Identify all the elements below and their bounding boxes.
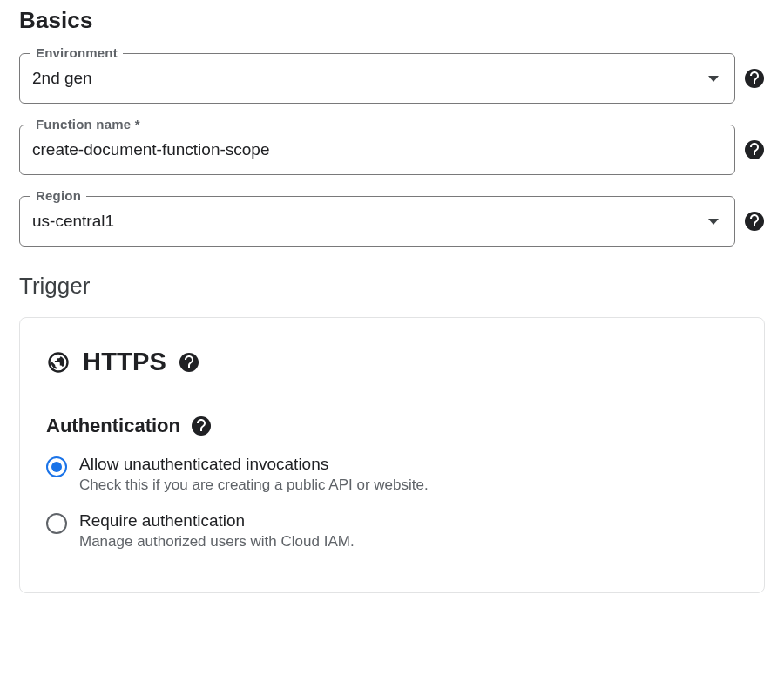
trigger-header: Trigger	[19, 273, 765, 300]
radio-description: Check this if you are creating a public …	[79, 477, 429, 494]
region-select[interactable]: Region us-central1	[19, 196, 735, 247]
auth-option-allow-unauth[interactable]: Allow unauthenticated invocationsCheck t…	[46, 455, 738, 494]
authentication-heading: Authentication	[46, 415, 180, 437]
auth-option-require-auth[interactable]: Require authenticationManage authorized …	[46, 511, 738, 551]
basics-header: Basics	[19, 7, 765, 34]
region-help-button[interactable]	[744, 211, 765, 232]
help-icon	[744, 211, 765, 232]
function-name-help-button[interactable]	[744, 139, 765, 160]
authentication-help-button[interactable]	[191, 416, 212, 436]
environment-select[interactable]: Environment 2nd gen	[19, 53, 735, 104]
help-icon	[179, 352, 199, 373]
environment-label: Environment	[30, 45, 123, 60]
globe-icon	[46, 350, 71, 375]
radio-icon	[46, 456, 67, 477]
radio-texts: Allow unauthenticated invocationsCheck t…	[79, 455, 429, 494]
help-icon	[191, 416, 212, 436]
chevron-down-icon	[708, 76, 719, 82]
radio-label: Allow unauthenticated invocations	[79, 455, 429, 474]
help-icon	[744, 68, 765, 89]
trigger-type-help-button[interactable]	[179, 352, 199, 373]
region-value: us-central1	[32, 212, 701, 231]
function-name-input[interactable]	[32, 140, 719, 159]
environment-value: 2nd gen	[32, 69, 701, 88]
radio-texts: Require authenticationManage authorized …	[79, 511, 355, 551]
radio-label: Require authentication	[79, 511, 355, 531]
environment-help-button[interactable]	[744, 68, 765, 89]
radio-description: Manage authorized users with Cloud IAM.	[79, 533, 355, 551]
trigger-type-label: HTTPS	[83, 348, 166, 376]
region-label: Region	[30, 188, 86, 203]
trigger-card: HTTPS Authentication Allow unauthenticat…	[19, 317, 765, 593]
chevron-down-icon	[708, 219, 719, 225]
function-name-label: Function name *	[30, 117, 145, 132]
radio-icon	[46, 513, 67, 534]
function-name-field-wrapper: Function name *	[19, 125, 735, 175]
help-icon	[744, 139, 765, 160]
